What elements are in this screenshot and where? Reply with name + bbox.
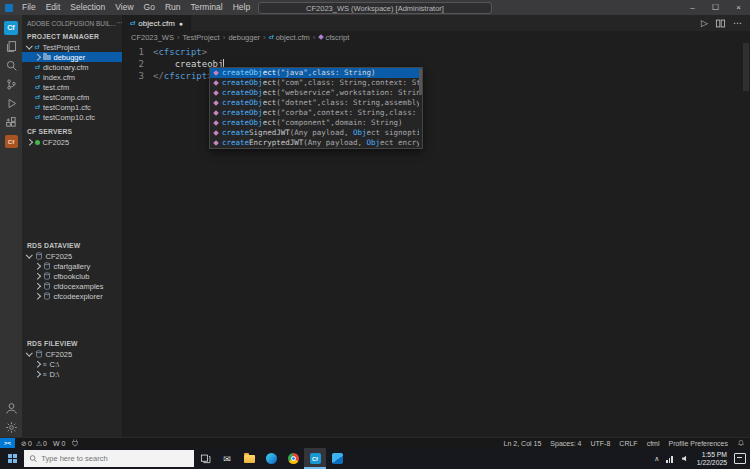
menu-run[interactable]: Run	[160, 0, 186, 15]
tree-item-cfdocexamples[interactable]: cfdocexamples	[22, 281, 122, 291]
breadcrumb-symbol[interactable]: cfscript	[319, 33, 350, 42]
eol-setting[interactable]: CRLF	[619, 440, 637, 447]
code-editor[interactable]: 1 2 3 <cfscript> createobj </cfscript> c…	[123, 43, 750, 437]
search-input[interactable]	[41, 454, 189, 463]
tree-item-dictionary-cfm[interactable]: cf dictionary.cfm	[22, 62, 122, 72]
tree-item-cfbookclub[interactable]: cfbookclub	[22, 271, 122, 281]
taskbar-search[interactable]	[24, 450, 194, 467]
menu-help[interactable]: Help	[228, 0, 255, 15]
suggestion-item-2[interactable]: createObject("webservice",workstation: S…	[210, 88, 422, 98]
menu-file[interactable]: File	[17, 0, 41, 15]
menu-edit[interactable]: Edit	[41, 0, 66, 15]
source-control-button[interactable]	[0, 75, 22, 94]
tree-item-drive-d[interactable]: ≡ D:\	[22, 369, 122, 379]
suggestion-item-4[interactable]: createObject("corba",context: String,cla…	[210, 108, 422, 118]
breadcrumb-file[interactable]: cfobject.cfm	[269, 33, 310, 42]
section-rds-dataview[interactable]: RDS DATAVIEW	[22, 240, 122, 251]
tree-item-testcomp10-cfc[interactable]: cf testComp10.cfc	[22, 112, 122, 122]
tree-item-label: TestProject	[42, 43, 79, 52]
menu-selection[interactable]: Selection	[65, 0, 110, 15]
vscode-button[interactable]	[326, 448, 348, 469]
menu-terminal[interactable]: Terminal	[186, 0, 228, 15]
problems-indicator[interactable]: ⊘0 ⚠0	[21, 440, 47, 447]
windows-logo-icon	[8, 454, 17, 463]
start-button[interactable]	[0, 448, 24, 469]
taskbar-clock[interactable]: 1:55 PM 1/22/2025	[697, 451, 727, 467]
w-counter[interactable]: W 0	[53, 440, 65, 447]
run-file-button[interactable]: ▷	[701, 18, 708, 28]
indentation-setting[interactable]: Spaces: 4	[550, 440, 581, 447]
volume-icon[interactable]	[681, 454, 690, 463]
tree-item-testproject[interactable]: cf TestProject	[22, 42, 122, 52]
extensions-button[interactable]	[0, 113, 22, 132]
section-cf-servers[interactable]: CF SERVERS	[22, 126, 122, 137]
token	[153, 59, 175, 69]
breadcrumb-folder[interactable]: debugger	[228, 33, 260, 42]
edge-button[interactable]	[260, 448, 282, 469]
sidebar-more-actions-button[interactable]: ⋯	[116, 19, 122, 27]
notifications-button[interactable]	[737, 439, 745, 447]
menu-go[interactable]: Go	[139, 0, 160, 15]
suggestion-item-5[interactable]: createObject("component",domain: String)	[210, 118, 422, 128]
tree-item-testcomp-cfm[interactable]: cf testComp.cfm	[22, 92, 122, 102]
tab-object-cfm[interactable]: cf object.cfm ●	[123, 15, 191, 31]
accounts-button[interactable]	[0, 399, 22, 418]
scrollbar-thumb[interactable]	[743, 43, 749, 91]
split-editor-button[interactable]	[715, 18, 726, 29]
cursor-position[interactable]: Ln 2, Col 15	[504, 440, 542, 447]
tree-item-index-cfm[interactable]: cf index.cfm	[22, 72, 122, 82]
section-rds-fileview[interactable]: RDS FILEVIEW	[22, 338, 122, 349]
breadcrumb-project[interactable]: TestProject	[183, 33, 220, 42]
remote-indicator[interactable]: ><	[0, 438, 15, 448]
chevron-right-icon	[26, 139, 32, 145]
menu-view[interactable]: View	[110, 0, 138, 15]
menubar: File Edit Selection View Go Run Terminal…	[17, 0, 255, 15]
breadcrumb-workspace[interactable]: CF2023_WS	[131, 33, 174, 42]
popup-scrollbar[interactable]	[419, 69, 422, 95]
close-button[interactable]: ×	[727, 0, 750, 15]
tree-item-label: testComp1.cfc	[43, 103, 91, 112]
suggestion-item-0[interactable]: createObject("java",class: String)	[210, 68, 422, 78]
maximize-button[interactable]: ☐	[704, 0, 727, 15]
tree-item-label: cfcodeexplorer	[54, 292, 103, 301]
run-debug-button[interactable]	[0, 94, 22, 113]
tree-item-rds-fileview-cf2025[interactable]: CF2025	[22, 349, 122, 359]
tree-item-rds-dataview-cf2025[interactable]: CF2025	[22, 251, 122, 261]
section-project-manager[interactable]: PROJECT MANAGER	[22, 31, 122, 42]
suggestion-item-1[interactable]: createObject("com",class: String,context…	[210, 78, 422, 88]
tree-item-test-cfm[interactable]: cf test.cfm	[22, 82, 122, 92]
tree-item-cfartgallery[interactable]: cfartgallery	[22, 261, 122, 271]
breadcrumb-separator: ›	[313, 33, 316, 42]
tree-item-cfcodeexplorer[interactable]: cfcodeexplorer	[22, 291, 122, 301]
tree-item-debugger[interactable]: debugger	[22, 52, 122, 62]
command-center[interactable]: CF2023_WS (Workspace) [Administrator]	[258, 2, 492, 14]
search-button[interactable]	[0, 56, 22, 75]
signature-text: ("corba",context: String,class: Strin…	[276, 108, 419, 118]
chrome-button[interactable]	[282, 448, 304, 469]
coldfusion-button[interactable]: Cf	[0, 132, 22, 151]
suggestion-item-6[interactable]: createSignedJWT(Any payload, Object sign…	[210, 128, 422, 138]
encoding-setting[interactable]: UTF-8	[591, 440, 611, 447]
cf-file-icon: cf	[35, 74, 40, 80]
task-view-button[interactable]	[194, 448, 216, 469]
settings-button[interactable]	[0, 418, 22, 437]
tree-item-cf2025-server[interactable]: CF2025	[22, 137, 122, 147]
suggestion-item-3[interactable]: createObject("dotnet",class: String,asse…	[210, 98, 422, 108]
profile-preferences[interactable]: Profile Preferences	[668, 440, 728, 447]
tray-expand-button[interactable]: ∧	[654, 455, 659, 463]
minimize-button[interactable]: –	[681, 0, 704, 15]
more-actions-button[interactable]: ⋯	[733, 18, 743, 28]
suggestion-item-7[interactable]: createEncryptedJWT(Any payload, Object e…	[210, 138, 422, 148]
language-mode[interactable]: cfml	[647, 440, 660, 447]
explorer-button[interactable]	[0, 37, 22, 56]
editor-scrollbar[interactable]	[742, 43, 750, 437]
tree-item-drive-c[interactable]: ≡ C:\	[22, 359, 122, 369]
cfbuilder-taskbar-button[interactable]: Cf	[304, 448, 326, 469]
network-icon[interactable]	[666, 455, 674, 463]
tree-item-testcomp1-cfc[interactable]: cf testComp1.cfc	[22, 102, 122, 112]
file-explorer-button[interactable]	[238, 448, 260, 469]
action-center-icon[interactable]	[734, 453, 746, 464]
cfbuilder-logo[interactable]: Cf	[0, 18, 22, 37]
mail-button[interactable]: ✉	[216, 448, 238, 469]
plug-indicator[interactable]	[71, 439, 79, 447]
